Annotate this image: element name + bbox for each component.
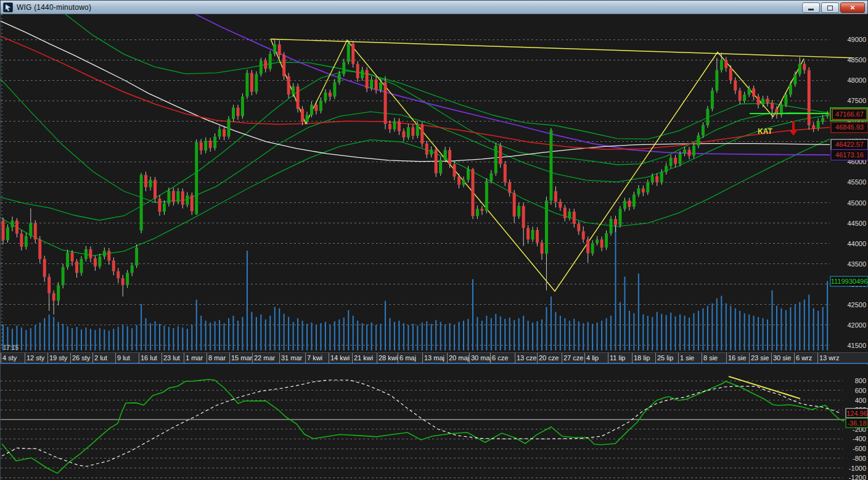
minimize-button[interactable] xyxy=(802,2,820,13)
volume-bar xyxy=(394,322,395,350)
volume-bar xyxy=(730,306,731,350)
date-label: 12 sty xyxy=(27,354,44,362)
candle-up xyxy=(702,125,705,136)
volume-bar xyxy=(675,317,676,350)
close-icon: ✕ xyxy=(850,4,855,11)
candlestick-chart-canvas[interactable]: 4900048500480004750047000465004600045500… xyxy=(1,14,868,352)
candle-down xyxy=(812,125,815,128)
close-button[interactable]: ✕ xyxy=(840,2,865,13)
volume-bar xyxy=(348,310,349,350)
volume-bar xyxy=(804,300,805,350)
date-label: 14 kwi xyxy=(330,354,350,362)
volume-bar xyxy=(85,328,86,350)
price-tick-label: 44500 xyxy=(847,220,866,227)
candle-down xyxy=(499,146,502,164)
date-tick xyxy=(537,353,538,363)
date-tick xyxy=(702,353,702,363)
date-tick xyxy=(562,353,562,363)
volume-bar xyxy=(145,318,147,350)
volume-bar xyxy=(753,316,755,350)
cursor-arrow-icon xyxy=(4,4,12,11)
candle-up xyxy=(637,188,640,194)
price-label-0: 47166.67 xyxy=(835,110,864,118)
volume-bar xyxy=(817,311,819,350)
date-tick xyxy=(139,353,139,363)
date-label: 6 wrz xyxy=(796,354,812,362)
volume-bar xyxy=(94,330,96,350)
volume-bar xyxy=(463,321,464,350)
candle-down xyxy=(577,224,580,231)
candle-up xyxy=(84,249,88,259)
main-price-chart[interactable]: 4900048500480004750047000465004600045500… xyxy=(1,14,868,352)
candle-down xyxy=(200,143,203,151)
price-label-1: 46845.93 xyxy=(835,123,864,131)
volume-bar xyxy=(131,328,133,350)
date-tick xyxy=(1,353,1,363)
date-label: 8 sie xyxy=(703,354,718,362)
restore-button[interactable] xyxy=(821,2,839,13)
volume-bar xyxy=(353,316,354,350)
candle-down xyxy=(223,129,226,136)
candle-up xyxy=(6,227,9,240)
price-tick-label: 43500 xyxy=(847,260,866,268)
price-tick-label: 45000 xyxy=(847,199,866,207)
oscillator-tick-label: 400 xyxy=(855,397,866,404)
volume-bar xyxy=(491,318,492,350)
volume-bar xyxy=(389,318,390,350)
candle-up xyxy=(232,107,235,119)
candle-up xyxy=(319,101,322,111)
candle-down xyxy=(264,60,267,68)
volume-bar xyxy=(813,308,814,350)
volume-bar xyxy=(495,314,496,350)
volume-bar xyxy=(642,315,644,350)
candle-up xyxy=(245,73,248,96)
candle-up xyxy=(706,109,709,125)
volume-bar xyxy=(624,276,625,350)
volume-bar xyxy=(108,331,110,350)
volume-bar xyxy=(334,321,335,350)
volume-bar xyxy=(560,316,561,350)
volume-bar xyxy=(504,319,506,350)
volume-bar xyxy=(155,321,156,350)
oscillator-panel[interactable]: 800600400200-200-400-600-800-1000-120012… xyxy=(1,365,868,480)
candle-up xyxy=(679,154,682,164)
volume-bar xyxy=(780,308,782,350)
volume-bar xyxy=(486,316,487,350)
candle-up xyxy=(57,285,60,300)
candle-down xyxy=(250,73,253,91)
title-bar[interactable]: WIG (1440-minutowo) ✕ xyxy=(1,1,867,14)
volume-bar xyxy=(615,223,616,350)
candle-down xyxy=(457,176,461,184)
volume-bar xyxy=(477,317,478,350)
volume-bar xyxy=(735,308,736,350)
volume-bar xyxy=(219,320,220,350)
date-tick xyxy=(207,353,207,363)
volume-bar xyxy=(808,295,809,350)
volume-bar xyxy=(284,314,285,350)
restore-icon xyxy=(827,6,833,10)
volume-bar xyxy=(306,324,308,350)
candle-up xyxy=(310,105,313,115)
candle-up xyxy=(324,93,327,101)
candle-up xyxy=(610,219,613,233)
candle-up xyxy=(195,143,198,214)
volume-bar xyxy=(629,311,630,350)
volume-bar xyxy=(514,320,515,350)
application-window[interactable]: WIG (1440-minutowo) ✕ 490004850048000475… xyxy=(0,0,868,480)
date-label: 8 mar xyxy=(208,354,226,362)
candle-down xyxy=(89,249,92,259)
candle-down xyxy=(375,80,378,90)
volume-bar xyxy=(435,320,436,350)
candle-down xyxy=(508,182,511,192)
date-tick xyxy=(771,353,772,363)
volume-bar xyxy=(67,326,68,350)
volume-bar xyxy=(726,304,727,350)
volume-bar xyxy=(620,302,621,350)
date-tick xyxy=(655,353,656,363)
oscillator-chart-canvas[interactable]: 800600400200-200-400-600-800-1000-120012… xyxy=(1,365,868,480)
volume-bar xyxy=(366,325,367,350)
date-label: 19 sty xyxy=(49,354,67,362)
date-tick xyxy=(447,353,448,363)
candle-up xyxy=(646,182,649,192)
candle-up xyxy=(462,180,465,184)
